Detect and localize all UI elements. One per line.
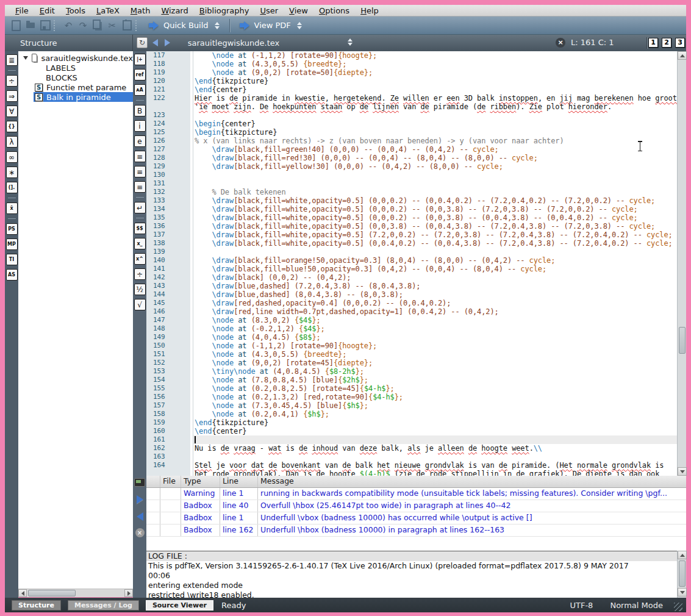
menu-view[interactable]: View: [284, 6, 313, 15]
editor-line-156[interactable]: 156 \node at (0.2,1.3,2) [red,rotate=90]…: [146, 393, 677, 401]
statusbar-source-viewer-toggle[interactable]: Source Viewer: [146, 600, 213, 611]
scrollbar-thumb[interactable]: [28, 590, 76, 596]
line-code[interactable]: \node at (4,0,4.5) {$8$};: [193, 333, 677, 342]
scroll-right-button[interactable]: [124, 589, 133, 597]
previous-error-icon[interactable]: [137, 512, 143, 521]
line-code[interactable]: \node at (0.2,0.8,2.5) [rotate=45]{$4-h$…: [193, 384, 677, 393]
line-code[interactable]: \draw[black,fill=white,opacity=0.5] (7.2…: [193, 231, 677, 239]
editor-line-162[interactable]: 162Nu is de vraag - wat is de inhoud van…: [146, 444, 677, 453]
subscript-icon[interactable]: x_: [134, 238, 146, 249]
structure-tree-panel[interactable]: sarauitlegwiskunde.tex LABELS BLOCKS S F…: [18, 51, 133, 589]
scroll-up-button[interactable]: [678, 51, 687, 60]
editor-line-142[interactable]: 142 \draw[black] (0,0,2) -- (0,4,2);: [146, 273, 677, 282]
italic-icon[interactable]: i: [134, 120, 146, 132]
menu-file[interactable]: File: [10, 6, 34, 15]
line-code[interactable]: [193, 248, 677, 256]
view-pdf-run-icon[interactable]: [240, 21, 249, 30]
menu-math[interactable]: Math: [125, 6, 156, 15]
bold-icon[interactable]: B: [134, 105, 146, 116]
line-code[interactable]: \draw[blue,dashed] (7.2,0.4,3.8) -- (8,0…: [193, 282, 677, 290]
line-code[interactable]: \tiny\node at (4,0.8,4.5) {$8-2h$};: [193, 367, 677, 376]
scroll-down-button[interactable]: [678, 588, 687, 596]
editor-line-150[interactable]: 150 \node at (-1,1,2) [rotate=90]{hoogte…: [146, 342, 677, 350]
editor-line-138[interactable]: 138 \draw[black,fill=white,opacity=0.5] …: [146, 239, 677, 248]
line-code[interactable]: \node at (7.8,0.8,4.5) [blue]{$2h$};: [193, 376, 677, 384]
font-size-icon[interactable]: ᴀA: [134, 84, 146, 96]
structure-horizontal-scrollbar[interactable]: [18, 589, 133, 597]
editor-line-144[interactable]: 144 \draw[blue,dashed] (8,0.4,3.8) -- (8…: [146, 290, 677, 299]
menu-user[interactable]: User: [254, 6, 284, 15]
line-code[interactable]: \node at (-1,1,2) [rotate=90]{hoogte};: [193, 51, 677, 60]
editor-line-147[interactable]: 147 \node at (8.3,0,2) {$4$};: [146, 316, 677, 324]
line-code[interactable]: \draw[red,dashed,opacity=0.4] (0,0,0.2) …: [193, 299, 677, 307]
line-code[interactable]: Stel je voor dat de bovenkant van de bal…: [193, 461, 677, 476]
copy-button[interactable]: [90, 19, 105, 32]
view-mode-3-button[interactable]: 3: [675, 38, 685, 48]
line-code[interactable]: \draw[black,fill=white,opacity=0.5] (0,0…: [193, 222, 677, 231]
editor-line-137[interactable]: 137 \draw[black,fill=white,opacity=0.5] …: [146, 231, 677, 239]
statusbar-messages-log-toggle[interactable]: Messages / Log: [68, 600, 139, 611]
delimiters-icon[interactable]: {}: [6, 121, 18, 132]
line-code[interactable]: \draw[black,fill=white,opacity=0.5] (0,0…: [193, 205, 677, 213]
editor-line-126[interactable]: 126% x (van links naar rechts) -> z (van…: [146, 137, 677, 145]
editor-line-117[interactable]: 117 \node at (-1,1,2) [rotate=90]{hoogte…: [146, 51, 677, 60]
tikz-icon[interactable]: TI: [6, 254, 18, 265]
message-row-4[interactable]: Badboxline 162Underfull \hbox (badness 1…: [146, 525, 686, 537]
editor-line-133[interactable]: 133 \draw[black,fill=white,opacity=0.5] …: [146, 196, 677, 205]
redo-button[interactable]: ↷: [76, 19, 90, 32]
line-code[interactable]: [193, 179, 677, 188]
editor-line-139[interactable]: 139: [146, 248, 677, 256]
editor-line-134[interactable]: 134 \draw[black,fill=white,opacity=0.5] …: [146, 205, 677, 213]
next-document-icon[interactable]: [165, 39, 170, 46]
line-code[interactable]: \draw[black,fill=green!40] (0,0,0) -- (0…: [193, 145, 677, 154]
menu-edit[interactable]: Edit: [34, 6, 60, 15]
newline-icon[interactable]: ↵: [134, 202, 146, 213]
asymptote-icon[interactable]: AS: [6, 269, 18, 281]
open-file-selector[interactable]: sarauitlegwiskunde.tex: [176, 35, 292, 51]
editor-line-159[interactable]: 159\end{tikzpicture}: [146, 418, 677, 427]
misc-symbols-icon[interactable]: ∀: [6, 106, 18, 117]
tree-item-labels[interactable]: LABELS: [18, 63, 133, 73]
line-code[interactable]: [193, 453, 677, 461]
open-document-button[interactable]: [23, 19, 38, 32]
line-code[interactable]: [193, 435, 677, 444]
paste-button[interactable]: [120, 19, 134, 32]
scroll-up-button[interactable]: [678, 551, 687, 559]
editor-line-120[interactable]: 120\end{tikzpicture}: [146, 77, 677, 85]
brackets-icon[interactable]: (].: [6, 182, 18, 193]
resize-grip[interactable]: [674, 603, 682, 611]
file-selector-spinner-icon[interactable]: [348, 38, 353, 46]
refresh-structure-button[interactable]: ↻: [137, 37, 148, 48]
message-row-3[interactable]: Badboxline 1Underfull \vbox (badness 100…: [146, 512, 686, 525]
line-code[interactable]: Nu is de vraag - wat is de inhoud van de…: [193, 444, 677, 453]
dfrac-icon[interactable]: ½: [134, 284, 146, 295]
editor-line-145[interactable]: 145 \draw[red,dashed,opacity=0.4] (0,0,0…: [146, 299, 677, 307]
source-editor[interactable]: 117 \node at (-1,1,2) [rotate=90]{hoogte…: [146, 51, 677, 476]
line-code[interactable]: \node at (-1,1,2) [rotate=90]{hoogte};: [193, 342, 677, 350]
quick-build-spinner[interactable]: [215, 22, 220, 29]
line-code[interactable]: \draw[black,fill=red!30] (0,0,0) -- (0,0…: [193, 154, 677, 162]
line-code[interactable]: \node at (9,0,2) [rotate=50]{diepte};: [193, 68, 677, 77]
editor-line-129[interactable]: 129 \draw[black,fill=yellow!30] (0,0,0) …: [146, 162, 677, 171]
editor-line-152[interactable]: 152 \node at (9,0,2) [rotate=45]{diepte}…: [146, 359, 677, 367]
new-block-icon[interactable]: |+: [134, 54, 146, 65]
collapse-triangle-icon[interactable]: [23, 56, 28, 60]
line-code[interactable]: \end{tikzpicture}: [193, 418, 677, 427]
close-document-icon[interactable]: ×: [556, 38, 565, 48]
editor-line-141[interactable]: 141 \draw[black,fill=blue!50,opacity=0.3…: [146, 265, 677, 273]
structure-tab-icon[interactable]: ≣: [6, 54, 18, 66]
editor-line-128[interactable]: 128 \draw[black,fill=red!30] (0,0,0) -- …: [146, 154, 677, 162]
align-left-icon[interactable]: ≡: [134, 151, 146, 162]
editor-line-153[interactable]: 153 \tiny\node at (4,0.8,4.5) {$8-2h$};: [146, 367, 677, 376]
inline-math-icon[interactable]: $$: [134, 223, 146, 234]
line-code[interactable]: \node at (4.3,0,5.5) {breedte};: [193, 350, 677, 359]
editor-line-149[interactable]: 149 \node at (4,0,4.5) {$8$};: [146, 333, 677, 342]
editor-line-135[interactable]: 135 \draw[black,fill=white,opacity=0.5] …: [146, 213, 677, 222]
menu-bibliography[interactable]: Bibliography: [194, 6, 255, 15]
new-document-button[interactable]: [9, 19, 23, 32]
editor-line-131[interactable]: 131: [146, 179, 677, 188]
editor-line-119[interactable]: 119 \node at (9,0,2) [rotate=50]{diepte}…: [146, 68, 677, 77]
scrollbar-thumb[interactable]: [679, 327, 686, 354]
most-used-symbols-icon[interactable]: ∗: [6, 167, 18, 178]
tree-item-functie-met-parameters[interactable]: S Functie met parame: [34, 82, 133, 92]
